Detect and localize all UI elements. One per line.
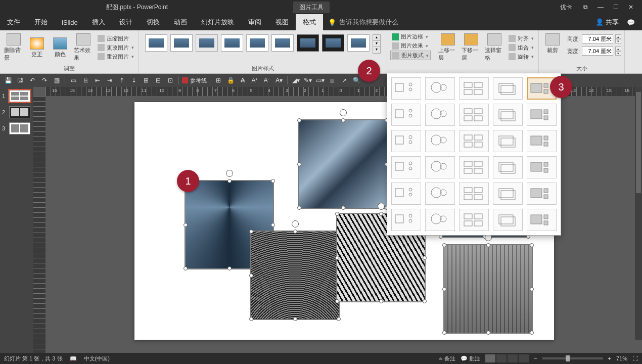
rotate-handle-icon[interactable] — [340, 109, 347, 116]
qat-btn[interactable]: ▭ — [68, 75, 78, 85]
qat-btn[interactable]: ⇥ — [105, 75, 115, 85]
close-button[interactable]: ✕ — [624, 2, 638, 12]
tab-transitions[interactable]: 切换 — [140, 14, 167, 30]
layout-option-11[interactable] — [391, 130, 421, 152]
comments-button[interactable]: 💬 批注 — [461, 355, 480, 362]
picture-style-4[interactable] — [221, 34, 243, 52]
picture-layout-dropdown[interactable] — [387, 73, 561, 236]
qat-btn[interactable]: ⇤ — [93, 75, 103, 85]
qat-btn[interactable]: ⊟ — [153, 75, 163, 85]
rotate-handle-icon[interactable] — [292, 220, 299, 228]
rotate-handle-icon[interactable] — [226, 170, 233, 177]
corrections-button[interactable]: 更正 — [26, 36, 48, 59]
scrollbar-thumb[interactable] — [636, 92, 641, 193]
gallery-more[interactable]: ▾ — [373, 47, 380, 53]
gallery-scroll-down[interactable]: ▾ — [373, 41, 380, 47]
layout-option-7[interactable] — [425, 104, 455, 126]
layout-option-14[interactable] — [493, 130, 523, 152]
layout-option-19[interactable] — [493, 156, 523, 178]
layout-option-20[interactable] — [527, 156, 557, 178]
layout-option-25[interactable] — [527, 183, 557, 205]
sorter-view-icon[interactable] — [496, 354, 507, 362]
qat-btn[interactable]: 🔒 — [225, 75, 236, 85]
compress-pictures-button[interactable]: 压缩图片 — [96, 34, 135, 43]
slideshow-view-icon[interactable] — [519, 354, 529, 362]
layout-option-28[interactable] — [459, 209, 489, 231]
qat-btn[interactable]: ⇣ — [129, 75, 139, 85]
layout-option-2[interactable] — [425, 77, 455, 100]
tab-insert[interactable]: 插入 — [85, 14, 112, 30]
align-button[interactable]: 对齐▾ — [507, 34, 535, 43]
picture-style-2[interactable] — [170, 34, 193, 52]
layout-option-27[interactable] — [425, 209, 455, 231]
picture-style-6[interactable] — [271, 34, 294, 52]
width-field[interactable]: 宽度: ▴▾ — [565, 47, 621, 56]
tell-me[interactable]: 💡 告诉我你想要做什么 — [323, 14, 403, 30]
fill-color-icon[interactable]: ◢▾ — [291, 75, 301, 85]
picture-ridges[interactable] — [444, 245, 532, 333]
fit-to-window-icon[interactable]: ⛶ — [632, 355, 638, 361]
send-backward-button[interactable]: 下移一层 — [461, 32, 482, 63]
qat-btn[interactable]: ⎘ — [80, 75, 90, 85]
layout-option-16[interactable] — [391, 156, 421, 178]
tab-home[interactable]: 开始 — [27, 14, 55, 30]
vertical-scrollbar[interactable] — [635, 87, 642, 340]
zoom-level[interactable]: 71% — [616, 355, 627, 361]
tab-animations[interactable]: 动画 — [167, 14, 194, 30]
layout-option-12[interactable] — [425, 130, 455, 152]
slide-thumbnails-panel[interactable]: 1 2 3 — [0, 87, 33, 353]
tab-view[interactable]: 视图 — [268, 14, 296, 30]
zoom-out-icon[interactable]: − — [534, 355, 537, 361]
qat-btn[interactable]: A̶ — [238, 75, 248, 85]
layout-option-4[interactable] — [493, 77, 523, 100]
outline-color-icon[interactable]: ✎▾ — [303, 75, 313, 85]
rotate-button[interactable]: 旋转▾ — [507, 53, 535, 61]
start-slideshow-icon[interactable]: ▧ — [52, 75, 62, 85]
slide-thumb-3[interactable]: 3 — [2, 122, 31, 134]
qat-btn[interactable]: ⇡ — [117, 75, 127, 85]
layout-option-1[interactable] — [391, 77, 421, 100]
height-field[interactable]: 高度: ▴▾ — [565, 34, 621, 43]
maximize-button[interactable]: ☐ — [609, 2, 623, 12]
qat-btn[interactable]: Aᐨ — [262, 75, 272, 85]
height-down[interactable]: ▾ — [615, 39, 621, 43]
zoom-slider[interactable] — [542, 357, 603, 359]
spellcheck-icon[interactable]: 📖 — [70, 355, 77, 362]
language-indicator[interactable]: 中文(中国) — [84, 355, 110, 362]
layout-option-23[interactable] — [459, 183, 489, 205]
guides-label[interactable]: 参考线 — [190, 77, 207, 84]
reset-picture-button[interactable]: 重设图片▾ — [96, 53, 135, 61]
group-button[interactable]: 组合▾ — [507, 43, 535, 52]
share-button[interactable]: 👤 共享 — [595, 18, 619, 27]
gallery-scroll-up[interactable]: ▴ — [373, 35, 380, 41]
picture-border-button[interactable]: 图片边框▾ — [390, 32, 431, 41]
picture-glass-tower[interactable] — [299, 120, 387, 208]
layout-option-21[interactable] — [391, 183, 421, 205]
tab-design[interactable]: 设计 — [112, 14, 140, 30]
picture-style-1[interactable] — [145, 34, 167, 52]
layout-option-18[interactable] — [459, 156, 489, 178]
width-down[interactable]: ▾ — [615, 51, 621, 56]
rotate-handle-icon[interactable] — [378, 203, 385, 210]
layout-option-26[interactable] — [391, 209, 421, 231]
qat-btn[interactable]: A▾ — [274, 75, 284, 85]
picture-layout-button[interactable]: 图片版式▾ — [390, 51, 431, 60]
change-picture-button[interactable]: 更改图片▾ — [96, 43, 135, 52]
slide-thumb-2[interactable]: 2 — [2, 106, 31, 118]
save-icon[interactable]: 💾 — [3, 75, 13, 85]
qat-btn[interactable]: Aᐩ — [250, 75, 260, 85]
color-button[interactable]: 颜色 — [50, 36, 71, 59]
qat-btn[interactable]: ⊞ — [141, 75, 151, 85]
layout-option-13[interactable] — [459, 130, 489, 152]
tab-slideshow[interactable]: 幻灯片放映 — [194, 14, 241, 30]
layout-option-22[interactable] — [425, 183, 455, 205]
picture-style-9[interactable] — [347, 34, 370, 52]
comments-icon[interactable]: 💬 — [627, 19, 635, 26]
qat-btn[interactable]: ↗ — [339, 75, 349, 85]
remove-background-button[interactable]: 删除背景 — [3, 32, 24, 63]
save-as-icon[interactable]: 🖫 — [15, 75, 25, 85]
layout-option-10[interactable] — [527, 104, 557, 126]
layout-option-17[interactable] — [425, 156, 455, 178]
notes-button[interactable]: ≐ 备注 — [438, 355, 455, 362]
picture-style-3[interactable] — [196, 34, 218, 52]
